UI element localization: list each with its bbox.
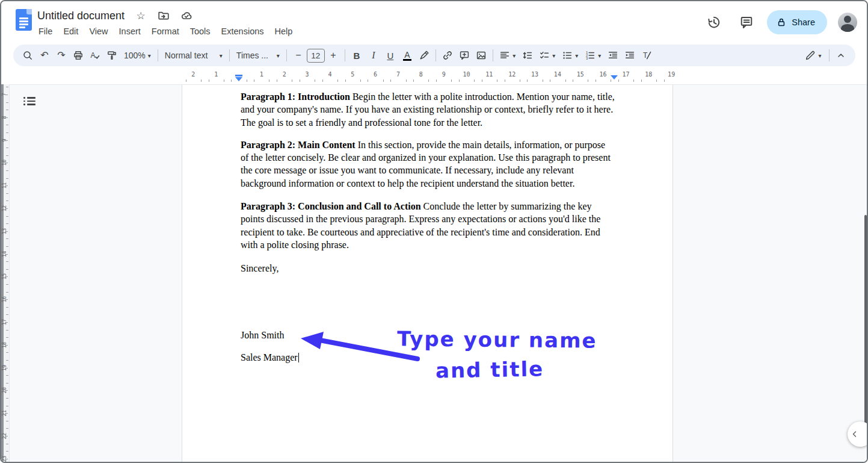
ruler-number: 7 <box>393 71 403 78</box>
first-line-indent-marker[interactable] <box>235 75 242 76</box>
increase-font-size-button[interactable]: + <box>325 48 341 63</box>
account-avatar[interactable] <box>838 13 857 32</box>
ruler-tick <box>322 79 323 82</box>
clear-formatting-button[interactable]: T <box>639 48 654 63</box>
ruler-tick <box>6 223 8 224</box>
ruler-tick <box>550 79 550 82</box>
highlight-color-button[interactable] <box>416 48 432 63</box>
text-color-icon: A <box>403 51 411 61</box>
ruler-tick <box>247 79 247 82</box>
print-button[interactable] <box>70 48 86 63</box>
bold-icon: B <box>353 51 360 60</box>
version-history-icon <box>707 15 721 30</box>
move-folder-button[interactable] <box>157 9 170 22</box>
search-icon <box>22 50 33 61</box>
numbered-list-button[interactable]: 1 2 3 ▾ <box>582 48 604 63</box>
document-status-button[interactable] <box>180 9 193 22</box>
paragraph-3: Paragraph 3: Conclusion and Call to Acti… <box>241 200 615 251</box>
ruler-tick <box>269 79 269 82</box>
page-text: Paragraph 1: Introduction Begin the lett… <box>241 90 615 364</box>
menu-file[interactable]: File <box>33 25 58 38</box>
show-side-panel-button[interactable] <box>848 421 868 447</box>
ruler-tick <box>6 155 8 156</box>
ruler-tick <box>6 360 8 361</box>
vertical-scrollbar[interactable] <box>864 215 867 426</box>
menu-insert[interactable]: Insert <box>114 25 146 38</box>
ruler-number: 1 <box>211 71 221 78</box>
chevron-left-icon <box>850 429 860 439</box>
version-history-button[interactable] <box>702 10 726 34</box>
add-comment-button[interactable] <box>457 48 472 63</box>
redo-button[interactable]: ↷ <box>54 48 69 63</box>
editing-mode-button[interactable]: ▾ <box>801 48 825 63</box>
increase-indent-button[interactable] <box>622 48 638 63</box>
checklist-button[interactable]: ▾ <box>537 48 558 63</box>
menu-tools[interactable]: Tools <box>185 25 216 38</box>
undo-icon: ↶ <box>40 51 48 60</box>
ruler-tick <box>573 79 573 82</box>
chevron-down-icon: ▾ <box>277 52 280 59</box>
open-comments-button[interactable] <box>734 10 759 34</box>
menu-format[interactable]: Format <box>146 25 185 38</box>
right-indent-marker[interactable] <box>611 75 618 79</box>
paint-format-button[interactable] <box>104 48 120 63</box>
clear-formatting-icon: T <box>641 50 652 61</box>
underline-button[interactable]: U <box>383 48 398 63</box>
italic-button[interactable]: I <box>366 48 381 63</box>
decrease-font-size-button[interactable]: − <box>291 48 306 63</box>
underline-icon: U <box>387 51 393 60</box>
line-spacing-button[interactable] <box>520 48 535 63</box>
star-button[interactable]: ☆ <box>134 9 147 22</box>
ruler-tick <box>611 79 611 82</box>
font-select[interactable]: Times ... ▾ <box>233 48 283 63</box>
ruler-tick <box>428 79 429 82</box>
folder-move-icon <box>158 10 170 21</box>
share-button[interactable]: Share <box>767 10 827 34</box>
paragraph-3-heading: Paragraph 3: Conclusion and Call to Acti… <box>241 201 421 211</box>
divider <box>158 49 158 61</box>
text-color-button[interactable]: A <box>399 48 415 63</box>
outdent-icon <box>608 50 618 61</box>
menu-help[interactable]: Help <box>269 25 298 38</box>
menu-view[interactable]: View <box>84 25 113 38</box>
ruler-tick <box>6 375 8 376</box>
show-outline-button[interactable] <box>19 90 40 112</box>
align-left-icon <box>499 50 510 61</box>
ruler-tick <box>6 444 8 444</box>
font-size-input[interactable]: 12 <box>307 49 325 63</box>
ruler-tick <box>5 299 8 300</box>
decrease-indent-button[interactable] <box>605 48 621 63</box>
bold-button[interactable]: B <box>349 48 365 63</box>
ruler-tick <box>5 140 8 141</box>
hide-menus-button[interactable] <box>833 48 849 63</box>
align-button[interactable]: ▾ <box>497 48 519 63</box>
plus-icon: + <box>330 51 336 60</box>
zoom-select[interactable]: 100% ▾ <box>120 48 155 63</box>
ruler-tick <box>254 79 254 82</box>
ruler-tick <box>505 79 505 82</box>
ruler-tick <box>436 79 437 82</box>
menu-extensions[interactable]: Extensions <box>216 25 269 38</box>
menu-edit[interactable]: Edit <box>58 25 84 38</box>
paragraph-style-select[interactable]: Normal text ▾ <box>161 48 226 63</box>
undo-button[interactable]: ↶ <box>37 48 52 63</box>
chevron-down-icon: ▾ <box>575 52 578 59</box>
comment-add-icon <box>459 50 470 61</box>
document-title[interactable]: Untitled document <box>37 10 125 22</box>
search-menus-button[interactable] <box>20 48 35 63</box>
ruler-number: 8 <box>416 71 426 78</box>
insert-link-button[interactable] <box>440 48 455 63</box>
document-page[interactable]: Paragraph 1: Introduction Begin the lett… <box>182 85 673 462</box>
vertical-ruler: 7891011121314151617181920212223 <box>1 84 10 462</box>
bulleted-list-button[interactable]: ▾ <box>559 48 581 63</box>
google-docs-logo[interactable] <box>16 9 32 31</box>
insert-image-button[interactable] <box>473 48 489 63</box>
spell-check-button[interactable]: A <box>87 48 103 63</box>
ruler-number: 13 <box>530 71 540 78</box>
ruler-tick <box>6 428 8 429</box>
print-icon <box>73 50 84 61</box>
ruler-tick <box>413 79 414 82</box>
ruler-tick <box>6 314 8 315</box>
ruler-tick <box>596 79 596 82</box>
left-indent-marker[interactable] <box>235 77 242 81</box>
